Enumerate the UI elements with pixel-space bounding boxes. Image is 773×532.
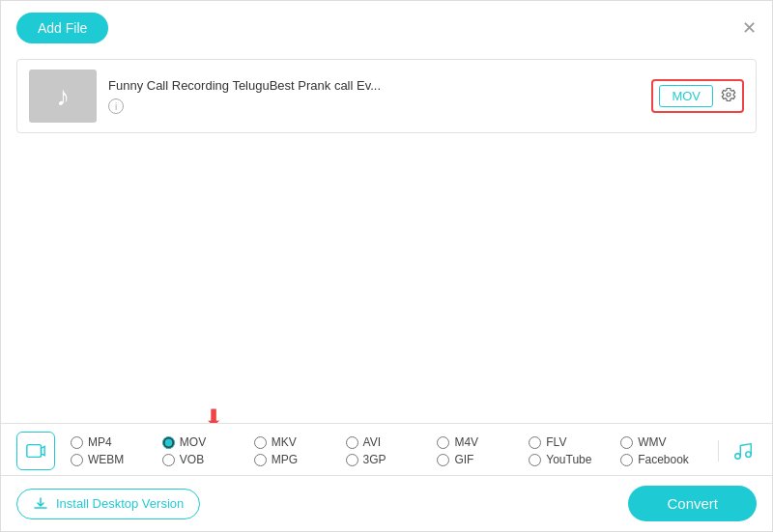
music-icon: ♪: [56, 81, 70, 112]
format-mpg-radio[interactable]: [254, 454, 267, 466]
file-actions: MOV: [651, 79, 744, 113]
file-info: Funny Call Recording TeluguBest Prank ca…: [97, 78, 651, 115]
svg-point-2: [745, 452, 751, 458]
format-vob-radio[interactable]: [162, 454, 175, 466]
format-mkv-radio[interactable]: [254, 436, 267, 449]
format-gif-radio[interactable]: [437, 454, 449, 466]
install-label: Install Desktop Version: [56, 496, 184, 511]
video-format-icon[interactable]: [16, 432, 55, 470]
download-icon: [33, 496, 48, 512]
format-flv-radio[interactable]: [529, 436, 541, 449]
format-webm[interactable]: WEBM: [71, 453, 160, 466]
format-facebook-radio[interactable]: [620, 454, 633, 466]
add-file-button[interactable]: Add File: [16, 13, 108, 43]
format-avi-radio[interactable]: [346, 436, 358, 449]
file-item: ♪ Funny Call Recording TeluguBest Prank …: [16, 59, 757, 133]
format-grid: MP4 MOV MKV AVI M4V FLV WM: [71, 435, 710, 466]
format-webm-radio[interactable]: [71, 454, 83, 466]
audio-format-icon[interactable]: [718, 440, 757, 462]
file-name: Funny Call Recording TeluguBest Prank ca…: [108, 78, 640, 93]
settings-button[interactable]: [721, 87, 736, 106]
format-section: MP4 MOV MKV AVI M4V FLV WM: [1, 423, 772, 478]
format-m4v-radio[interactable]: [437, 436, 449, 449]
info-icon[interactable]: i: [108, 98, 124, 114]
format-youtube-radio[interactable]: [529, 454, 541, 466]
file-list: ♪ Funny Call Recording TeluguBest Prank …: [1, 51, 772, 141]
bottom-bar: Install Desktop Version Convert: [1, 475, 772, 531]
svg-point-1: [734, 454, 740, 460]
format-gif[interactable]: GIF: [437, 453, 527, 466]
format-wmv[interactable]: WMV: [620, 435, 710, 449]
convert-button[interactable]: Convert: [628, 486, 757, 521]
format-mp4[interactable]: MP4: [71, 435, 160, 449]
file-thumbnail: ♪: [29, 70, 97, 123]
empty-area: [1, 141, 772, 353]
format-facebook[interactable]: Facebook: [620, 453, 710, 466]
format-badge[interactable]: MOV: [659, 85, 713, 107]
top-bar: Add File ✕: [1, 1, 772, 51]
format-vob[interactable]: VOB: [162, 453, 252, 466]
format-mov[interactable]: MOV: [162, 435, 252, 449]
close-button[interactable]: ✕: [742, 19, 757, 37]
format-youtube[interactable]: YouTube: [529, 453, 618, 466]
svg-rect-0: [27, 445, 42, 458]
format-avi[interactable]: AVI: [346, 435, 436, 449]
format-m4v[interactable]: M4V: [437, 435, 527, 449]
format-mp4-radio[interactable]: [71, 436, 83, 449]
format-mov-radio[interactable]: [162, 436, 175, 449]
format-flv[interactable]: FLV: [529, 435, 618, 449]
format-row: MP4 MOV MKV AVI M4V FLV WM: [1, 424, 772, 478]
format-wmv-radio[interactable]: [620, 436, 633, 449]
format-3gp-radio[interactable]: [346, 454, 358, 466]
format-mpg[interactable]: MPG: [254, 453, 344, 466]
install-desktop-button[interactable]: Install Desktop Version: [16, 489, 200, 519]
format-3gp[interactable]: 3GP: [346, 453, 436, 466]
format-mkv[interactable]: MKV: [254, 435, 344, 449]
